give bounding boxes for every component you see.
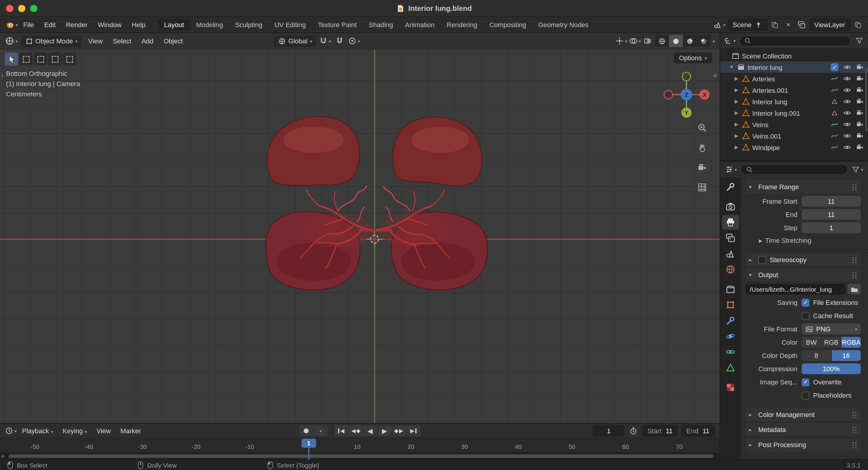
pin-icon[interactable]	[754, 21, 763, 29]
section-stereoscopy[interactable]: ▸ Stereoscopy	[746, 253, 861, 266]
properties-editor-type-button[interactable]: ▾	[725, 163, 737, 175]
outliner-search-input[interactable]	[739, 35, 850, 46]
drag-dots-icon[interactable]	[852, 183, 857, 190]
depth-16-button[interactable]: 16	[832, 350, 861, 361]
jump-to-end-button[interactable]: ▶	[407, 426, 421, 436]
output-path-field[interactable]: /Users/lizeth...G/Interior_lung	[746, 284, 846, 295]
file-extensions-checkbox[interactable]: ✓	[802, 299, 809, 306]
shading-material-button[interactable]	[683, 35, 697, 47]
play-button[interactable]: ▶	[378, 426, 392, 436]
lung-model[interactable]	[0, 49, 720, 423]
menu-marker[interactable]: Marker	[116, 426, 145, 436]
disclosure-triangle-right-icon[interactable]: ▶	[734, 133, 740, 139]
disclosure-triangle-down-icon[interactable]: ▼	[728, 65, 735, 70]
hide-viewport-toggle[interactable]	[842, 132, 852, 140]
menu-help[interactable]: Help	[127, 19, 150, 30]
outliner-row-collection[interactable]: ▼ Interior lung ✓	[720, 62, 868, 73]
tab-animation[interactable]: Animation	[399, 19, 441, 31]
menu-keying[interactable]: Keying ▾	[58, 426, 91, 436]
blender-menu-button[interactable]: ▾	[5, 19, 18, 31]
outliner-row-object[interactable]: ▶ Arteries.001	[720, 85, 868, 96]
tab-constraint-properties[interactable]	[722, 345, 739, 359]
section-output[interactable]: ▾ Output	[746, 268, 861, 281]
overwrite-checkbox[interactable]: ✓	[802, 378, 809, 386]
mode-selector[interactable]: Object Mode ▾	[21, 35, 82, 47]
browse-output-path-button[interactable]	[847, 284, 861, 295]
outliner-filter-button[interactable]	[854, 35, 864, 47]
xray-toggle[interactable]	[643, 35, 654, 47]
view-layer-selector[interactable]: ViewLayer	[809, 19, 850, 31]
outliner-row-object[interactable]: ▶ Interior lung	[720, 96, 868, 107]
timeline-editor-type-button[interactable]: ▾	[5, 425, 17, 437]
tab-layout[interactable]: Layout	[158, 19, 190, 31]
outliner-row-object[interactable]: ▶ Veins	[720, 119, 868, 130]
outliner-row-object[interactable]: ▶ Windpipe	[720, 142, 868, 153]
menu-playback[interactable]: Playback ▾	[18, 426, 57, 436]
navigation-gizmo[interactable]: X Y Z	[661, 69, 712, 120]
placeholders-checkbox[interactable]	[802, 391, 809, 399]
next-keyframe-button[interactable]: ▶	[392, 426, 406, 436]
shading-rendered-button[interactable]	[697, 35, 711, 47]
section-frame-range[interactable]: ▾ Frame Range	[746, 180, 861, 194]
minimize-window-button[interactable]	[18, 5, 25, 12]
tab-object-properties[interactable]	[722, 298, 739, 312]
section-metadata[interactable]: ▸ Metadata	[746, 423, 861, 436]
outliner-scrollbar[interactable]	[865, 68, 867, 131]
compression-slider[interactable]: 100%	[802, 363, 861, 374]
drag-dots-icon[interactable]	[852, 441, 857, 448]
color-rgb-button[interactable]: RGB	[822, 337, 841, 348]
jump-to-start-button[interactable]: ◀	[334, 426, 348, 436]
select-box-invert-button[interactable]	[63, 53, 76, 66]
hide-viewport-toggle[interactable]	[842, 86, 852, 94]
tab-compositing[interactable]: Compositing	[483, 19, 532, 31]
hide-viewport-toggle[interactable]	[842, 63, 852, 71]
close-window-button[interactable]	[6, 5, 13, 12]
subsection-time-stretching[interactable]: ▸ Time Stretching	[746, 234, 861, 246]
tab-tool-properties[interactable]	[722, 179, 739, 194]
outliner-row-object[interactable]: ▶ Arteries	[720, 73, 868, 85]
menu-add[interactable]: Add	[138, 36, 157, 46]
color-rgba-button[interactable]: RGBA	[841, 337, 861, 348]
properties-search-input[interactable]	[740, 164, 848, 175]
toggle-grid-button[interactable]	[696, 181, 708, 194]
hide-viewport-toggle[interactable]	[842, 109, 852, 117]
color-bw-button[interactable]: BW	[802, 337, 821, 348]
frame-end-field[interactable]: 11	[802, 209, 861, 220]
tab-modeling[interactable]: Modeling	[190, 19, 229, 31]
view-layer-browse-button[interactable]	[796, 19, 807, 31]
section-post-processing[interactable]: ▸ Post Processing	[746, 438, 861, 451]
playhead[interactable]: 1	[302, 439, 316, 448]
frame-step-field[interactable]: 1	[802, 222, 861, 233]
camera-view-button[interactable]	[696, 162, 708, 173]
timeline-scroll-track[interactable]: «	[0, 452, 720, 460]
menu-view[interactable]: View	[85, 36, 106, 46]
timeline-ruler[interactable]: -50 -40 -30 -20 -10 10 20 30 40 50 60 70	[0, 438, 720, 452]
disable-render-toggle[interactable]	[855, 86, 865, 94]
depth-8-button[interactable]: 8	[802, 350, 831, 361]
outliner-row-object[interactable]: ▶ Veins.001	[720, 130, 868, 142]
disclosure-triangle-right-icon[interactable]: ▶	[734, 88, 740, 93]
previous-keyframe-button[interactable]: ◀	[349, 426, 363, 436]
disable-render-toggle[interactable]	[855, 75, 865, 82]
end-frame-field[interactable]: End 11	[681, 425, 715, 437]
scene-selector[interactable]: Scene	[728, 19, 767, 31]
frame-start-field[interactable]: 11	[802, 196, 861, 207]
outliner-editor-type-button[interactable]: ▾	[724, 35, 736, 47]
tab-view-layer-properties[interactable]	[722, 231, 739, 245]
auto-keying-button[interactable]	[299, 426, 313, 436]
menu-edit[interactable]: Edit	[39, 19, 61, 30]
transform-orientation-selector[interactable]: Global ▾	[274, 35, 316, 47]
drag-dots-icon[interactable]	[852, 426, 857, 433]
tab-scene-properties[interactable]	[722, 246, 739, 261]
shading-wireframe-button[interactable]	[655, 35, 669, 47]
delete-scene-button[interactable]: ×	[783, 19, 794, 31]
collection-checkbox[interactable]: ✓	[831, 63, 838, 71]
show-overlays-button[interactable]: ▾	[629, 35, 641, 47]
tab-uv-editing[interactable]: UV Editing	[269, 19, 312, 31]
new-view-layer-button[interactable]	[852, 19, 863, 31]
tab-object-data-properties[interactable]	[722, 360, 739, 375]
tab-physics-properties[interactable]	[722, 329, 739, 343]
stereoscopy-checkbox[interactable]	[758, 256, 766, 264]
disclosure-triangle-right-icon[interactable]: ▶	[734, 110, 740, 116]
disclosure-triangle-right-icon[interactable]: ▶	[734, 145, 740, 150]
